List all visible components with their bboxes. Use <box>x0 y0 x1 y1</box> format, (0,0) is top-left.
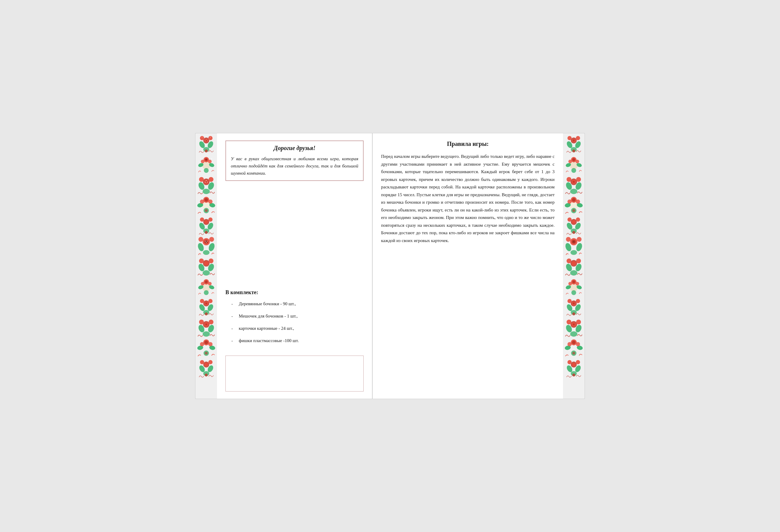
svg-point-44 <box>205 209 208 212</box>
svg-point-139 <box>572 198 576 202</box>
svg-point-188 <box>573 323 575 325</box>
floral-unit-r <box>564 135 584 155</box>
svg-point-120 <box>572 150 575 153</box>
svg-point-163 <box>572 261 576 265</box>
svg-point-81 <box>205 303 207 304</box>
floral-unit-r <box>564 175 584 196</box>
svg-point-65 <box>204 261 208 265</box>
svg-point-13 <box>210 137 211 138</box>
svg-point-153 <box>572 231 575 234</box>
svg-point-135 <box>576 177 581 182</box>
svg-point-59 <box>209 237 214 242</box>
floral-unit <box>196 135 216 155</box>
kit-item-label-1: Деревянные бочонки - 90 шт., <box>239 301 296 307</box>
svg-point-118 <box>576 136 580 140</box>
svg-point-191 <box>567 320 571 324</box>
left-border <box>195 133 217 399</box>
right-border <box>563 133 585 399</box>
floral-unit <box>196 236 216 257</box>
svg-point-171 <box>572 280 575 283</box>
dear-friends-title: Дорогие друзья! <box>231 145 358 152</box>
svg-point-9 <box>206 139 206 140</box>
svg-point-6 <box>208 136 212 140</box>
svg-point-114 <box>573 140 575 142</box>
spacer-top <box>226 187 363 283</box>
dear-friends-text: У вас в руках общеизвестная и любимая вс… <box>231 155 358 177</box>
svg-point-195 <box>572 340 576 344</box>
floral-unit <box>196 318 216 338</box>
main-content: Дорогие друзья! У вас в руках общеизвест… <box>217 133 563 399</box>
rules-title: Правила игры: <box>381 141 554 147</box>
svg-point-131 <box>573 181 575 183</box>
kit-bullet-2: · <box>232 313 233 321</box>
svg-point-198 <box>568 342 572 346</box>
svg-point-151 <box>576 217 580 222</box>
svg-point-77 <box>208 282 212 285</box>
svg-point-62 <box>207 241 208 242</box>
page: Дорогие друзья! У вас в руках общеизвест… <box>195 133 585 399</box>
svg-point-105 <box>204 363 208 366</box>
svg-point-109 <box>208 360 212 364</box>
svg-point-134 <box>567 177 571 182</box>
svg-point-22 <box>204 168 209 173</box>
svg-point-32 <box>203 189 210 194</box>
svg-point-147 <box>572 220 576 224</box>
svg-point-61 <box>205 241 206 242</box>
svg-point-145 <box>572 209 575 212</box>
svg-point-63 <box>206 242 207 243</box>
svg-point-41 <box>200 200 204 204</box>
kit-item-label-2: Мешочек для бочонков - 1 шт., <box>239 313 298 320</box>
floral-unit <box>196 216 216 236</box>
floral-unit-r <box>564 155 584 175</box>
svg-point-143 <box>576 200 580 204</box>
svg-point-161 <box>571 250 577 255</box>
svg-point-185 <box>572 312 575 315</box>
floral-unit-r <box>564 257 584 277</box>
svg-point-78 <box>204 290 209 295</box>
kit-bullet-4: · <box>232 337 233 345</box>
svg-point-174 <box>568 282 572 285</box>
svg-point-167 <box>576 259 581 263</box>
svg-point-201 <box>572 352 575 355</box>
floral-unit-r <box>564 196 584 216</box>
floral-unit-r <box>564 216 584 236</box>
svg-point-87 <box>205 312 208 315</box>
floral-unit-r <box>564 236 584 257</box>
svg-point-179 <box>573 303 575 304</box>
svg-point-24 <box>211 158 212 159</box>
svg-point-123 <box>572 158 575 161</box>
svg-point-160 <box>577 237 582 242</box>
svg-point-142 <box>568 200 572 204</box>
left-floral-strip <box>196 135 216 379</box>
kit-item-4: · фишки пластмассовые -100 шт. <box>226 337 363 345</box>
floral-unit-r <box>564 277 584 298</box>
svg-point-176 <box>571 290 576 295</box>
svg-point-183 <box>576 299 580 303</box>
floral-unit <box>196 196 216 216</box>
svg-point-69 <box>209 259 213 263</box>
svg-point-68 <box>199 259 204 263</box>
svg-point-5 <box>200 136 204 140</box>
svg-point-182 <box>568 299 572 303</box>
svg-point-192 <box>576 320 581 324</box>
svg-point-199 <box>576 342 580 346</box>
svg-point-126 <box>568 160 572 163</box>
svg-point-70 <box>203 270 210 276</box>
kit-item-label-4: фишки пластмассовые -100 шт. <box>239 337 299 344</box>
kit-item-1: · Деревянные бочонки - 90 шт., <box>226 301 363 309</box>
svg-point-8 <box>205 150 208 153</box>
floral-unit <box>196 257 216 277</box>
svg-point-127 <box>576 160 579 163</box>
svg-point-193 <box>570 331 577 337</box>
svg-point-20 <box>201 160 204 163</box>
svg-point-128 <box>571 168 576 173</box>
svg-point-166 <box>567 259 571 263</box>
svg-point-49 <box>200 217 204 222</box>
kit-section: В комплекте: · Деревянные бочонки - 90 ш… <box>226 289 363 350</box>
svg-point-30 <box>199 177 204 182</box>
svg-point-58 <box>198 237 203 242</box>
svg-point-21 <box>208 160 212 163</box>
svg-point-101 <box>208 342 212 346</box>
svg-point-97 <box>204 340 208 344</box>
svg-point-156 <box>573 241 575 243</box>
